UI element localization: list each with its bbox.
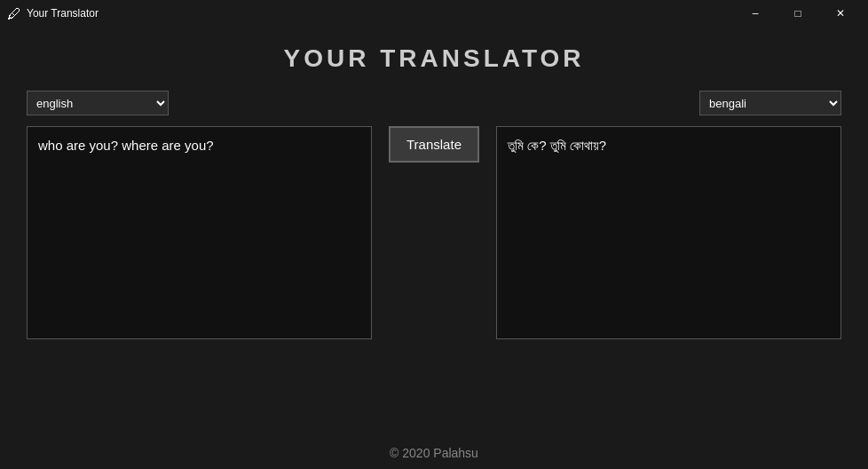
source-language-select[interactable]: english spanish french german hindi xyxy=(27,91,169,115)
target-language-select[interactable]: bengali english spanish french hindi xyxy=(699,91,841,115)
app-heading: YOUR TRANSLATOR xyxy=(284,44,585,73)
title-bar-controls: – □ ✕ xyxy=(735,1,861,26)
main-content: YOUR TRANSLATOR english spanish french g… xyxy=(0,27,868,469)
app-icon: 🖊 xyxy=(7,6,21,20)
target-text-wrapper: তুমি কে? তুমি কোথায়? xyxy=(496,126,841,343)
translate-button-wrapper: Translate xyxy=(372,126,496,163)
translate-button[interactable]: Translate xyxy=(389,126,479,163)
maximize-button[interactable]: □ xyxy=(777,1,818,26)
translator-row: who are you? where are you? Translate তু… xyxy=(27,126,841,432)
close-button[interactable]: ✕ xyxy=(820,1,861,26)
source-textarea[interactable]: who are you? where are you? xyxy=(27,126,372,339)
title-bar-title: Your Translator xyxy=(27,7,99,20)
target-textarea[interactable]: তুমি কে? তুমি কোথায়? xyxy=(496,126,841,339)
title-bar: 🖊 Your Translator – □ ✕ xyxy=(0,0,868,27)
title-bar-left: 🖊 Your Translator xyxy=(7,6,99,20)
source-text-wrapper: who are you? where are you? xyxy=(27,126,372,343)
minimize-button[interactable]: – xyxy=(735,1,776,26)
footer: © 2020 Palahsu xyxy=(390,446,478,460)
dropdowns-row: english spanish french german hindi beng… xyxy=(27,91,841,115)
